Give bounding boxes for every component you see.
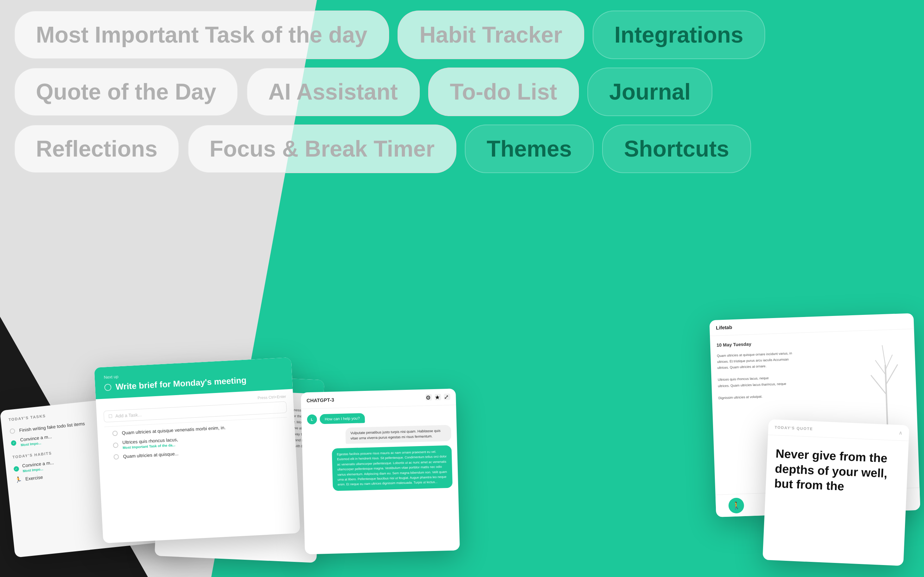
chat-msg-user: L How can I help you? — [307, 411, 451, 425]
pill-todo-list[interactable]: To-do List — [428, 68, 579, 116]
chat-bubble-user: How can I help you? — [320, 413, 365, 424]
task-circle-2-checked: ✓ — [11, 440, 16, 445]
task-o-circle — [104, 384, 111, 391]
task-circle-1 — [10, 428, 15, 434]
chat-avatar: L — [307, 414, 317, 425]
chat-settings-icon[interactable]: ⚙ — [425, 394, 432, 400]
quote-text: Never give from the depths of your well,… — [765, 435, 909, 507]
svg-line-8 — [882, 345, 885, 365]
page-layout: Most Important Task of the day Habit Tra… — [0, 0, 924, 577]
habit-icon-2: 🏃 — [15, 476, 22, 484]
pill-journal[interactable]: Journal — [587, 68, 712, 116]
feature-row-3: Reflections Focus & Break Timer Themes S… — [14, 124, 910, 173]
quote-chevron-icon[interactable]: ∧ — [899, 430, 903, 435]
quote-card: TODAY'S QUOTE ∧ Never give from the dept… — [762, 419, 909, 566]
pill-habit-tracker[interactable]: Habit Tracker — [397, 11, 584, 59]
pill-mit[interactable]: Most Important Task of the day — [14, 11, 389, 59]
chat-bubble-ai-1: Vulputate penatibus justo turpis nisi qu… — [346, 425, 451, 444]
feature-row-1: Most Important Task of the day Habit Tra… — [14, 11, 910, 59]
pill-reflections[interactable]: Reflections — [14, 124, 179, 173]
chat-messages: L How can I help you? Vulputate penatibu… — [301, 405, 458, 497]
todo-circle-3 — [113, 454, 119, 460]
chat-card: CHATGPT-3 ⚙ ★ ⤢ L How can I help you? Vu… — [301, 388, 460, 554]
chat-msg-ai-1: Vulputate penatibus justo turpis nisi qu… — [307, 425, 451, 445]
svg-line-4 — [871, 375, 886, 395]
todo-circle-2 — [113, 442, 119, 448]
svg-line-3 — [885, 365, 888, 434]
chat-star-icon[interactable]: ★ — [435, 394, 441, 400]
svg-line-7 — [885, 355, 893, 370]
chat-expand-icon[interactable]: ⤢ — [444, 394, 450, 400]
svg-line-5 — [885, 364, 898, 385]
pill-quote-of-day[interactable]: Quote of the Day — [14, 68, 238, 116]
screenshots-area: TODAY'S TASKS Finish writing fake todo l… — [0, 225, 924, 577]
feature-row-2: Quote of the Day AI Assistant To-do List… — [14, 68, 910, 116]
tree-decoration — [854, 334, 918, 435]
todo-card: Next up Write brief for Monday's meeting… — [94, 358, 300, 543]
todo-body: Press Ctrl+Enter ☐ Add a Task... Quam ul… — [96, 389, 296, 467]
todo-circle-1 — [112, 430, 118, 436]
habit-circle-1: ✓ — [13, 466, 19, 471]
feature-pills-grid: Most Important Task of the day Habit Tra… — [0, 0, 924, 239]
chat-actions: ⚙ ★ ⤢ — [425, 394, 450, 401]
pill-ai-assistant[interactable]: AI Assistant — [247, 68, 420, 116]
chat-msg-ai-2: Egestas facilisis posuere risus mauris a… — [308, 445, 452, 492]
chat-title: CHATGPT-3 — [306, 397, 334, 403]
pill-integrations[interactable]: Integrations — [593, 11, 765, 59]
chat-bubble-ai-long: Egestas facilisis posuere risus mauris a… — [332, 445, 452, 491]
pill-themes[interactable]: Themes — [465, 124, 594, 173]
pill-shortcuts[interactable]: Shortcuts — [602, 124, 751, 173]
svg-line-6 — [876, 360, 885, 375]
nav-person-icon[interactable]: 🚶 — [728, 498, 745, 514]
pill-focus-timer[interactable]: Focus & Break Timer — [188, 124, 456, 173]
